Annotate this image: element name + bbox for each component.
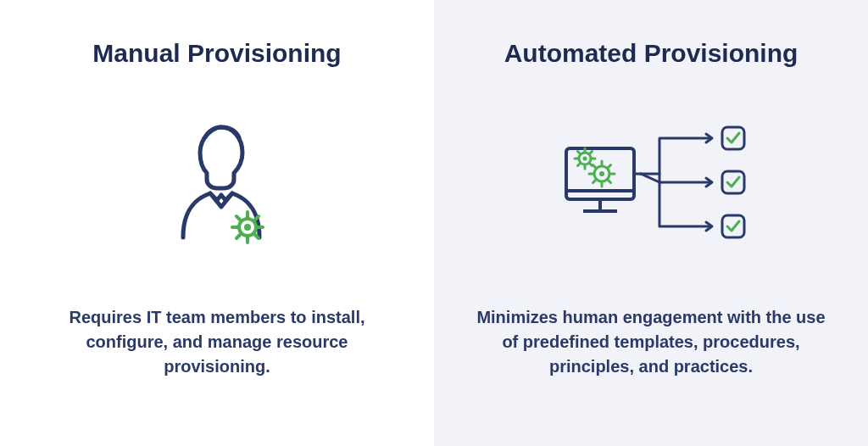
svg-line-32 bbox=[593, 180, 597, 183]
svg-rect-34 bbox=[722, 127, 744, 149]
manual-title: Manual Provisioning bbox=[92, 39, 341, 68]
svg-point-1 bbox=[244, 224, 251, 231]
svg-line-20 bbox=[578, 152, 581, 154]
svg-line-21 bbox=[590, 152, 593, 154]
svg-rect-36 bbox=[722, 215, 744, 237]
svg-point-25 bbox=[599, 171, 604, 176]
computer-workflow-icon bbox=[541, 110, 761, 263]
automated-description: Minimizes human engagement with the use … bbox=[476, 305, 826, 379]
manual-provisioning-panel: Manual Provisioning bbox=[0, 0, 434, 446]
svg-line-6 bbox=[236, 216, 241, 220]
manual-description: Requires IT team members to install, con… bbox=[42, 305, 392, 379]
svg-rect-35 bbox=[722, 171, 744, 193]
automated-provisioning-panel: Automated Provisioning bbox=[434, 0, 868, 446]
svg-line-31 bbox=[608, 165, 611, 169]
svg-line-30 bbox=[593, 165, 597, 169]
person-gear-icon bbox=[158, 110, 276, 263]
svg-line-23 bbox=[590, 164, 593, 166]
svg-line-22 bbox=[578, 164, 581, 166]
svg-point-15 bbox=[583, 157, 587, 161]
svg-line-8 bbox=[236, 235, 241, 239]
automated-title: Automated Provisioning bbox=[504, 39, 798, 68]
svg-line-33 bbox=[608, 180, 611, 183]
